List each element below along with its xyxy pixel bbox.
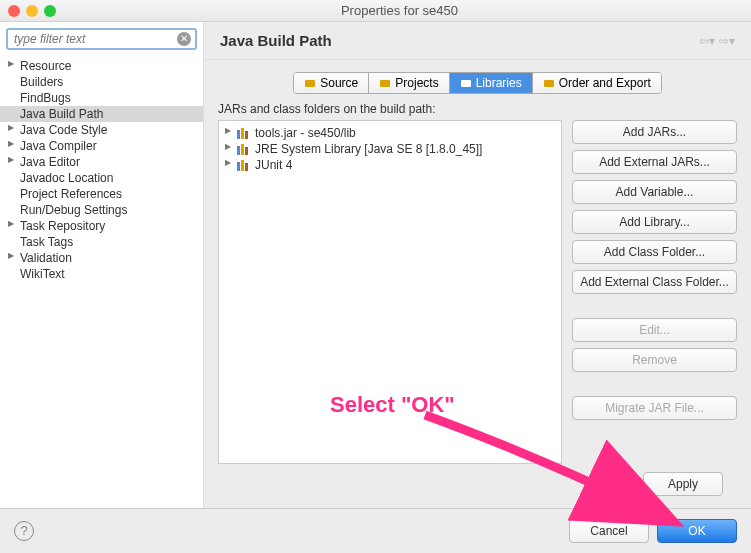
jar-list[interactable]: tools.jar - se450/libJRE System Library …	[218, 120, 562, 464]
svg-rect-12	[245, 163, 248, 171]
add-library-button[interactable]: Add Library...	[572, 210, 737, 234]
svg-rect-10	[237, 162, 240, 171]
add-variable-button[interactable]: Add Variable...	[572, 180, 737, 204]
sidebar-item[interactable]: Run/Debug Settings	[0, 202, 203, 218]
tab-label: Projects	[395, 76, 438, 90]
svg-rect-9	[245, 147, 248, 155]
apply-button[interactable]: Apply	[643, 472, 723, 496]
clear-filter-icon[interactable]: ✕	[177, 32, 191, 46]
library-icon	[237, 160, 251, 172]
jar-label: JUnit 4	[255, 158, 292, 172]
svg-rect-7	[237, 146, 240, 155]
footer: ? Cancel OK	[0, 508, 751, 552]
close-icon[interactable]	[8, 5, 20, 17]
migrate-button: Migrate JAR File...	[572, 396, 737, 420]
list-label: JARs and class folders on the build path…	[218, 102, 737, 116]
sidebar-item[interactable]: Java Compiler	[0, 138, 203, 154]
tab[interactable]: Source	[294, 73, 369, 93]
jar-item[interactable]: tools.jar - se450/lib	[223, 125, 557, 141]
main-panel: Java Build Path ⇦▾ ⇨▾ SourceProjectsLibr…	[204, 22, 751, 508]
svg-rect-8	[241, 144, 244, 155]
sidebar-item[interactable]: FindBugs	[0, 90, 203, 106]
svg-rect-2	[461, 80, 471, 87]
zoom-icon[interactable]	[44, 5, 56, 17]
cancel-button[interactable]: Cancel	[569, 519, 649, 543]
tab[interactable]: Order and Export	[533, 73, 661, 93]
sidebar-item[interactable]: Builders	[0, 74, 203, 90]
tab-label: Libraries	[476, 76, 522, 90]
svg-rect-1	[380, 80, 390, 87]
tab[interactable]: Projects	[369, 73, 449, 93]
tab-label: Source	[320, 76, 358, 90]
add-class-folder-button[interactable]: Add Class Folder...	[572, 240, 737, 264]
tab[interactable]: Libraries	[450, 73, 533, 93]
ok-button[interactable]: OK	[657, 519, 737, 543]
tabs: SourceProjectsLibrariesOrder and Export	[293, 72, 661, 94]
sidebar-item[interactable]: Resource	[0, 58, 203, 74]
tab-icon	[543, 77, 555, 89]
sidebar-item[interactable]: Java Code Style	[0, 122, 203, 138]
minimize-icon[interactable]	[26, 5, 38, 17]
jar-label: tools.jar - se450/lib	[255, 126, 356, 140]
sidebar-item[interactable]: Java Editor	[0, 154, 203, 170]
sidebar-item[interactable]: Project References	[0, 186, 203, 202]
filter-input[interactable]	[6, 28, 197, 50]
help-icon[interactable]: ?	[14, 521, 34, 541]
side-buttons: Add JARs... Add External JARs... Add Var…	[572, 120, 737, 464]
svg-rect-4	[237, 130, 240, 139]
tab-icon	[379, 77, 391, 89]
tab-label: Order and Export	[559, 76, 651, 90]
svg-rect-3	[544, 80, 554, 87]
sidebar-item[interactable]: Validation	[0, 250, 203, 266]
svg-rect-11	[241, 160, 244, 171]
forward-icon[interactable]: ⇨▾	[719, 34, 735, 48]
sidebar: ✕ ResourceBuildersFindBugsJava Build Pat…	[0, 22, 204, 508]
nav-arrows: ⇦▾ ⇨▾	[699, 34, 735, 48]
sidebar-item[interactable]: WikiText	[0, 266, 203, 282]
library-icon	[237, 128, 251, 140]
sidebar-item[interactable]: Javadoc Location	[0, 170, 203, 186]
jar-label: JRE System Library [Java SE 8 [1.8.0_45]…	[255, 142, 482, 156]
svg-rect-6	[245, 131, 248, 139]
sidebar-item[interactable]: Java Build Path	[0, 106, 203, 122]
back-icon[interactable]: ⇦▾	[699, 34, 715, 48]
add-external-class-folder-button[interactable]: Add External Class Folder...	[572, 270, 737, 294]
add-jars-button[interactable]: Add JARs...	[572, 120, 737, 144]
sidebar-item[interactable]: Task Tags	[0, 234, 203, 250]
tab-icon	[304, 77, 316, 89]
library-icon	[237, 144, 251, 156]
add-external-jars-button[interactable]: Add External JARs...	[572, 150, 737, 174]
svg-rect-5	[241, 128, 244, 139]
edit-button: Edit...	[572, 318, 737, 342]
page-title: Java Build Path	[220, 32, 699, 49]
window-controls	[8, 5, 56, 17]
window-title: Properties for se450	[56, 3, 743, 18]
tab-icon	[460, 77, 472, 89]
sidebar-item[interactable]: Task Repository	[0, 218, 203, 234]
svg-rect-0	[305, 80, 315, 87]
titlebar: Properties for se450	[0, 0, 751, 22]
remove-button: Remove	[572, 348, 737, 372]
jar-item[interactable]: JUnit 4	[223, 157, 557, 173]
category-tree: ResourceBuildersFindBugsJava Build PathJ…	[0, 56, 203, 508]
jar-item[interactable]: JRE System Library [Java SE 8 [1.8.0_45]…	[223, 141, 557, 157]
